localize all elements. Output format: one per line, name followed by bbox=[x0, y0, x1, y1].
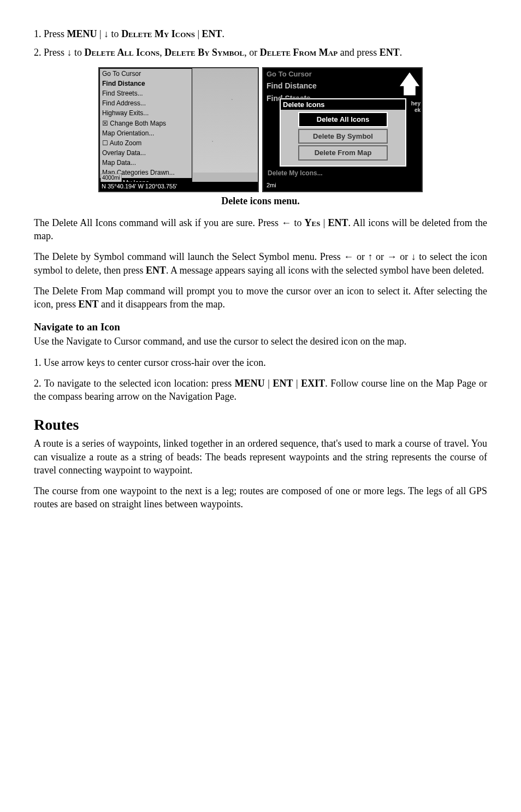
routes-p1: A route is a series of waypoints, linked… bbox=[34, 437, 487, 477]
back-footer: Delete My Icons... bbox=[268, 169, 417, 177]
t1: The Delete All Icons command will ask if… bbox=[34, 217, 305, 228]
popup-title: Delete Icons bbox=[281, 99, 405, 110]
back-item: Find Distance bbox=[263, 80, 422, 92]
ent-key: ENT bbox=[273, 378, 293, 389]
menu-item: Map Data... bbox=[100, 158, 192, 168]
scale-label: 4000mi bbox=[100, 174, 122, 182]
screenshot-left: Go To Cursor Find Distance Find Streets.… bbox=[98, 67, 259, 192]
step2-c1: , bbox=[159, 47, 164, 58]
menu-item: ☒ Change Both Maps bbox=[100, 118, 192, 128]
popup-button: Delete By Symbol bbox=[298, 129, 388, 144]
figure-row: Go To Cursor Find Distance Find Streets.… bbox=[34, 67, 487, 192]
step2-mid: and press bbox=[338, 47, 379, 58]
t1: 2. To navigate to the selected icon loca… bbox=[34, 378, 235, 389]
menu-item: ☐ Auto Zoom bbox=[100, 138, 192, 148]
sep2: | bbox=[293, 378, 301, 389]
para-delete-symbol: The Delete by Symbol command will launch… bbox=[34, 250, 487, 277]
step1-sep2: | bbox=[195, 28, 202, 39]
para-delete-all: The Delete All Icons command will ask if… bbox=[34, 216, 487, 243]
subhead-navigate: Navigate to an Icon bbox=[34, 320, 487, 334]
yes-key: Yes bbox=[305, 217, 321, 228]
menu-item: Highway Exits... bbox=[100, 108, 192, 118]
ent-key: ENT bbox=[380, 47, 400, 58]
step2-c2: , or bbox=[244, 47, 260, 58]
step2-a2: Delete By Symbol bbox=[164, 47, 244, 58]
menu-key: MENU bbox=[67, 28, 97, 39]
sep: | bbox=[321, 217, 328, 228]
menu-item: Find Distance bbox=[100, 79, 192, 88]
menu-item: Overlay Data... bbox=[100, 148, 192, 158]
routes-p2: The course from one waypoint to the next… bbox=[34, 484, 487, 511]
delete-icons-popup: Delete Icons Delete All Icons Delete By … bbox=[280, 98, 406, 167]
step2-a1: Delete All Icons bbox=[85, 47, 160, 58]
step2-tail: . bbox=[400, 47, 402, 58]
mi-label: 2mi bbox=[265, 181, 277, 189]
ent-key: ENT bbox=[78, 299, 98, 310]
step-1: 1. Press MENU | ↓ to Delete My Icons | E… bbox=[34, 27, 487, 40]
menu-item: Go To Cursor bbox=[100, 69, 192, 79]
side-text-bot: ek bbox=[415, 106, 421, 114]
heading-routes: Routes bbox=[34, 414, 487, 435]
ent-key: ENT bbox=[328, 217, 348, 228]
back-item: Go To Cursor bbox=[263, 68, 422, 80]
ent-key: ENT bbox=[146, 265, 166, 276]
menu-key: MENU bbox=[235, 378, 265, 389]
step2-prefix: 2. Press ↓ to bbox=[34, 47, 85, 58]
nav-step1: 1. Use arrow keys to center cursor cross… bbox=[34, 356, 487, 369]
figure-caption: Delete icons menu. bbox=[34, 194, 487, 208]
t2: and it disappears from the map. bbox=[99, 299, 225, 310]
sep1: | bbox=[265, 378, 273, 389]
menu-item: Map Orientation... bbox=[100, 128, 192, 138]
left-menu-list: Go To Cursor Find Distance Find Streets.… bbox=[99, 68, 192, 188]
popup-button: Delete From Map bbox=[298, 145, 388, 161]
step1-action: Delete My Icons bbox=[121, 28, 195, 39]
nav-step2: 2. To navigate to the selected icon loca… bbox=[34, 377, 487, 404]
step1-prefix: 1. Press bbox=[34, 28, 67, 39]
para-delete-map: The Delete From Map command will prompt … bbox=[34, 285, 487, 311]
step1-tail: . bbox=[222, 28, 225, 39]
exit-key: EXIT bbox=[301, 378, 325, 389]
step-2: 2. Press ↓ to Delete All Icons, Delete B… bbox=[34, 46, 487, 59]
map-area bbox=[193, 68, 258, 173]
menu-item: Find Address... bbox=[100, 98, 192, 108]
step2-a3: Delete From Map bbox=[260, 47, 338, 58]
t2: . A message appears saying all icons wit… bbox=[166, 265, 484, 276]
screenshot-right: Go To Cursor Find Distance Find Streets.… bbox=[262, 67, 423, 192]
nav-intro: Use the Navigate to Cursor command, and … bbox=[34, 335, 487, 348]
coord-bar: N 35°40.194' W 120°03.755' bbox=[99, 182, 258, 191]
ent-key: ENT bbox=[202, 28, 222, 39]
menu-item: Find Streets... bbox=[100, 88, 192, 98]
step1-sep1: | ↓ to bbox=[97, 28, 122, 39]
popup-button-selected: Delete All Icons bbox=[298, 112, 388, 127]
